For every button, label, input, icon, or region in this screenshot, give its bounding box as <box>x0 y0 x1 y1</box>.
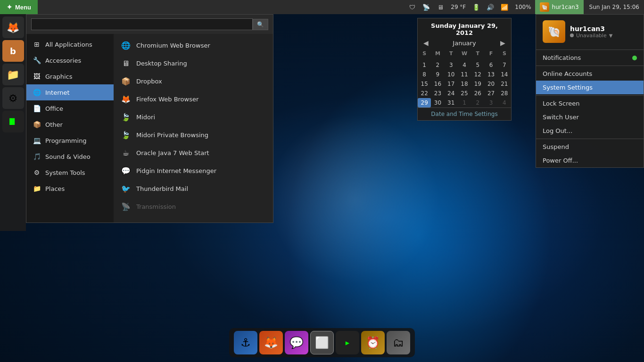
log-out-item[interactable]: Log Out... <box>536 124 644 138</box>
app-firefox[interactable]: 🦊 Firefox Web Browser <box>114 90 273 108</box>
cal-cell[interactable]: 2 <box>471 98 484 107</box>
app-chromium[interactable]: 🌐 Chromium Web Browser <box>114 36 273 54</box>
app-midori[interactable]: 🍃 Midori <box>114 108 273 126</box>
calendar-widget: Sunday January 29, 2012 ◀ January ▶ S M … <box>417 18 512 121</box>
battery-icon[interactable]: 🔋 <box>470 0 483 14</box>
system-settings-item[interactable]: System Settings <box>536 81 644 94</box>
cal-cell[interactable]: 25 <box>458 89 471 98</box>
dock-app-alarm[interactable]: ⏰ <box>361 331 385 354</box>
cal-cell[interactable]: 5 <box>471 60 484 70</box>
cal-cell[interactable]: 23 <box>431 89 444 98</box>
cal-cell[interactable]: 4 <box>498 98 511 107</box>
menu-button[interactable]: ✦ Menu <box>0 0 38 14</box>
cal-cell[interactable]: 19 <box>471 79 484 89</box>
dock-item-folder[interactable]: 📁 <box>2 64 24 85</box>
switch-user-item[interactable]: Switch User <box>536 110 644 124</box>
cal-cell[interactable]: 3 <box>445 60 458 70</box>
dock-app-firefox[interactable]: 🦊 <box>259 331 283 354</box>
category-sound-video-label: Sound & Video <box>45 153 91 160</box>
cal-cell[interactable]: 1 <box>418 60 431 70</box>
cal-cell[interactable]: 18 <box>458 79 471 89</box>
notifications-item[interactable]: Notifications <box>536 51 644 65</box>
app-oracle-java[interactable]: ☕ Oracle Java 7 Web Start <box>114 144 273 162</box>
category-sound-video[interactable]: 🎵 Sound & Video <box>26 148 114 165</box>
cal-cell[interactable]: 8 <box>418 70 431 79</box>
user-menu-button[interactable]: 🐚 hur1can3 <box>535 0 584 14</box>
menu-divider-2 <box>536 66 644 66</box>
cal-cell[interactable]: 13 <box>484 70 497 79</box>
calendar-next-button[interactable]: ▶ <box>498 38 507 48</box>
search-input[interactable] <box>31 18 253 30</box>
cal-cell[interactable]: 3 <box>484 98 497 107</box>
date-time-settings-link[interactable]: Date and Time Settings <box>418 107 511 120</box>
cal-cell[interactable]: 10 <box>445 70 458 79</box>
dock-app-window[interactable]: ⬜ <box>310 331 334 354</box>
app-midori-private[interactable]: 🍃 Midori Private Browsing <box>114 126 273 144</box>
cal-cell[interactable]: 15 <box>418 79 431 89</box>
status-dropdown-icon[interactable]: ▼ <box>609 33 613 38</box>
weather-temperature[interactable]: 29 °F <box>448 4 469 10</box>
shield-icon[interactable]: 🛡 <box>405 0 419 14</box>
cal-cell[interactable]: 24 <box>445 89 458 98</box>
cal-cell[interactable]: 31 <box>445 98 458 107</box>
app-pidgin[interactable]: 💬 Pidgin Internet Messenger <box>114 162 273 180</box>
category-all[interactable]: ⊞ All Applications <box>26 36 114 52</box>
screen-icon[interactable]: 🖥 <box>434 0 447 14</box>
wifi-icon[interactable]: 📶 <box>498 0 511 14</box>
app-thunderbird[interactable]: 🐦 Thunderbird Mail <box>114 180 273 197</box>
cal-cell[interactable]: 16 <box>431 79 444 89</box>
cal-cell[interactable]: 21 <box>498 79 511 89</box>
dock-item-settings[interactable]: ⚙ <box>2 87 24 109</box>
category-programming[interactable]: 💻 Programming <box>26 132 114 148</box>
volume-icon[interactable]: 🔊 <box>484 0 497 14</box>
dock-app-anchor[interactable]: ⚓ <box>234 331 257 354</box>
cal-cell[interactable]: 17 <box>445 79 458 89</box>
category-accessories[interactable]: 🔧 Accessories <box>26 52 114 68</box>
calendar-prev-button[interactable]: ◀ <box>421 38 430 48</box>
cal-cell[interactable]: 22 <box>418 89 431 98</box>
programming-icon: 💻 <box>32 136 41 145</box>
cal-cell-today[interactable]: 29 <box>418 98 431 107</box>
dock-item-firefox[interactable]: 🦊 <box>2 16 24 38</box>
cal-cell[interactable]: 30 <box>431 98 444 107</box>
cal-cell[interactable]: 11 <box>458 70 471 79</box>
app-transmission[interactable]: 📡 Transmission <box>114 197 273 215</box>
lock-screen-item[interactable]: Lock Screen <box>536 97 644 110</box>
app-transmission-label: Transmission <box>136 203 176 210</box>
category-places[interactable]: 📁 Places <box>26 181 114 197</box>
cal-cell[interactable]: 1 <box>458 98 471 107</box>
cal-cell[interactable]: 20 <box>484 79 497 89</box>
category-accessories-label: Accessories <box>45 57 81 64</box>
chromium-icon: 🌐 <box>120 40 132 51</box>
cal-cell[interactable]: 26 <box>471 89 484 98</box>
dock-app-chat[interactable]: 💬 <box>285 331 308 354</box>
dock-item-terminal[interactable]: █▌ <box>2 111 24 132</box>
suspend-item[interactable]: Suspend <box>536 140 644 154</box>
category-internet[interactable]: 🌐 Internet <box>26 84 114 100</box>
app-dropbox[interactable]: 📦 Dropbox <box>114 72 273 90</box>
cal-cell[interactable]: 27 <box>484 89 497 98</box>
cal-cell[interactable]: 9 <box>431 70 444 79</box>
cal-cell[interactable]: 2 <box>431 60 444 70</box>
app-desktop-sharing[interactable]: 🖥 Desktop Sharing <box>114 54 273 72</box>
panel-datetime[interactable]: Sun Jan 29, 15:06 <box>585 4 644 10</box>
cal-cell[interactable]: 28 <box>498 89 511 98</box>
cal-cell[interactable]: 12 <box>471 70 484 79</box>
cal-cell[interactable]: 6 <box>484 60 497 70</box>
category-system-tools[interactable]: ⚙ System Tools <box>26 165 114 181</box>
category-office[interactable]: 📄 Office <box>26 100 114 116</box>
network-icon[interactable]: 📡 <box>420 0 433 14</box>
cal-cell[interactable]: 14 <box>498 70 511 79</box>
category-other[interactable]: 📦 Other <box>26 116 114 132</box>
cal-cell[interactable]: 4 <box>458 60 471 70</box>
dock-app-terminal[interactable]: ▶ <box>336 331 359 354</box>
cal-cell[interactable]: 7 <box>498 60 511 70</box>
dropbox-icon: 📦 <box>120 75 132 87</box>
suspend-label: Suspend <box>543 143 569 150</box>
online-accounts-item[interactable]: Online Accounts <box>536 67 644 81</box>
search-button[interactable]: 🔍 <box>253 19 268 30</box>
power-off-item[interactable]: Power Off... <box>536 154 644 167</box>
dock-app-files[interactable]: 🗂 <box>387 331 410 354</box>
category-graphics[interactable]: 🖼 Graphics <box>26 68 114 84</box>
dock-item-text[interactable]: b <box>2 40 24 62</box>
